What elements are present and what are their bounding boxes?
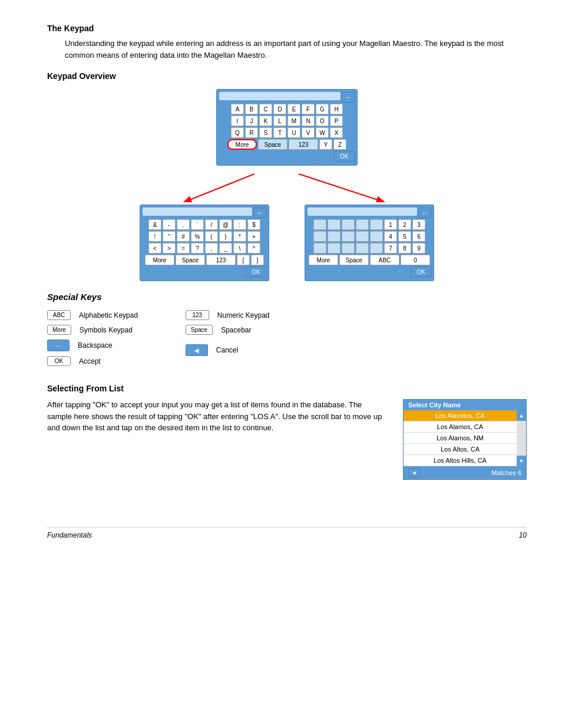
footer-right: 10 (519, 531, 527, 539)
key-j[interactable]: J (245, 116, 258, 126)
city-item-1[interactable]: Los Alamos, CA (404, 421, 517, 433)
key-k[interactable]: K (259, 116, 272, 126)
city-item-3[interactable]: Los Altos, CA (404, 444, 517, 455)
key-r[interactable]: R (245, 127, 258, 138)
num-2[interactable]: 2 (398, 219, 411, 230)
city-item-2[interactable]: Los Alamos, NM (404, 433, 517, 444)
special-keys-columns: ABC Alphabetic Keypad More Symbols Keypa… (47, 310, 527, 371)
space-key-main[interactable]: Space (258, 139, 287, 150)
num-backspace[interactable]: ← (418, 207, 431, 218)
key-l[interactable]: L (273, 116, 286, 126)
space-sym[interactable]: Space (176, 255, 205, 265)
sk-space-btn[interactable]: Space (186, 325, 213, 335)
key-i[interactable]: I (231, 116, 244, 126)
num-8[interactable]: 8 (398, 243, 411, 253)
key-o[interactable]: O (316, 116, 329, 126)
more-sym[interactable]: More (145, 255, 174, 265)
sym-star[interactable]: * (233, 231, 246, 242)
sk-123-row: 123 Numeric Keypad (186, 310, 303, 320)
more-key-main[interactable]: More (227, 139, 257, 150)
sym-pct[interactable]: % (191, 231, 204, 242)
num-3[interactable]: 3 (412, 219, 425, 230)
sk-cancel-btn[interactable]: ◄ (186, 344, 208, 356)
sym-dot[interactable]: . (177, 219, 190, 230)
ok-sym[interactable]: OK (246, 266, 266, 277)
sym-tick[interactable]: ` (191, 219, 204, 230)
key-a[interactable]: A (231, 104, 244, 114)
sk-ok-btn[interactable]: OK (47, 356, 71, 366)
num-4[interactable]: 4 (384, 231, 397, 242)
sym-rbr[interactable]: ] (251, 255, 264, 265)
key-p[interactable]: P (330, 116, 343, 126)
key-y[interactable]: Y (319, 139, 332, 150)
intro-text: Understanding the keypad while entering … (65, 38, 527, 61)
sym-under[interactable]: _ (219, 243, 232, 253)
123-sym[interactable]: 123 (206, 255, 236, 265)
abc-num[interactable]: ABC (370, 255, 399, 265)
key-x[interactable]: X (330, 127, 343, 138)
key-v[interactable]: V (302, 127, 315, 138)
more-num[interactable]: More (309, 255, 338, 265)
key-g[interactable]: G (316, 104, 329, 114)
123-key-main[interactable]: 123 (289, 139, 318, 150)
sk-123-btn[interactable]: 123 (186, 310, 209, 320)
key-q[interactable]: Q (231, 127, 244, 138)
city-list-body: Los Alamitos, CA Los Alamos, CA Los Alam… (404, 410, 526, 466)
sym-back[interactable]: \ (233, 243, 246, 253)
key-m[interactable]: M (287, 116, 300, 126)
key-u[interactable]: U (287, 127, 300, 138)
ok-key-main[interactable]: OK (334, 151, 355, 162)
sk-more-btn[interactable]: More (47, 325, 71, 335)
key-h[interactable]: H (330, 104, 343, 114)
city-list-header: Select City Name (404, 400, 526, 410)
key-n[interactable]: N (302, 116, 315, 126)
key-b[interactable]: B (245, 104, 258, 114)
sym-caret[interactable]: ^ (247, 243, 260, 253)
sym-quote[interactable]: " (163, 231, 176, 242)
num-1[interactable]: 1 (384, 219, 397, 230)
sym-colon[interactable]: : (233, 219, 246, 230)
sym-comma[interactable]: , (205, 243, 218, 253)
sk-backspace-btn[interactable]: ← (47, 340, 70, 351)
city-list-back-btn[interactable]: ◄ (408, 468, 420, 477)
sym-hash[interactable]: # (177, 231, 190, 242)
sym-dollar[interactable]: $ (247, 219, 260, 230)
symbols-backspace[interactable]: ← (253, 207, 266, 218)
scroll-up-btn[interactable]: ▲ (517, 410, 526, 421)
sym-dash[interactable]: - (163, 219, 176, 230)
main-keypad: ← A B C D E F G H I J K L M N O P Q R S … (216, 89, 358, 166)
key-z[interactable]: Z (333, 139, 346, 150)
city-item-4[interactable]: Los Altos Hills, CA (404, 455, 517, 466)
key-t[interactable]: T (273, 127, 286, 138)
sym-lt[interactable]: < (148, 243, 161, 253)
sk-space-row: Space Spacebar (186, 325, 303, 335)
sym-amp[interactable]: & (148, 219, 161, 230)
num-5[interactable]: 5 (398, 231, 411, 242)
sym-rpar[interactable]: ) (219, 231, 232, 242)
sym-slash[interactable]: / (205, 219, 218, 230)
sym-eq[interactable]: = (177, 243, 190, 253)
num-0[interactable]: 0 (401, 255, 430, 265)
key-e[interactable]: E (287, 104, 300, 114)
sym-plus[interactable]: + (247, 231, 260, 242)
space-num[interactable]: Space (339, 255, 369, 265)
num-6[interactable]: 6 (412, 231, 425, 242)
city-item-0[interactable]: Los Alamitos, CA (404, 410, 517, 421)
num-7[interactable]: 7 (384, 243, 397, 253)
scroll-down-btn[interactable]: ▼ (517, 456, 526, 466)
sym-qm[interactable]: ? (191, 243, 204, 253)
sk-abc-btn[interactable]: ABC (47, 310, 71, 320)
num-9[interactable]: 9 (412, 243, 425, 253)
key-c[interactable]: C (259, 104, 272, 114)
ok-num[interactable]: OK (411, 266, 431, 277)
key-w[interactable]: W (316, 127, 329, 138)
sym-at[interactable]: @ (219, 219, 232, 230)
sym-lpar[interactable]: ( (205, 231, 218, 242)
key-f[interactable]: F (302, 104, 315, 114)
sym-gt[interactable]: > (163, 243, 176, 253)
sym-excl[interactable]: ! (148, 231, 161, 242)
key-s[interactable]: S (259, 127, 272, 138)
sym-lbr[interactable]: [ (237, 255, 250, 265)
backspace-key[interactable]: ← (342, 92, 355, 103)
key-d[interactable]: D (273, 104, 286, 114)
